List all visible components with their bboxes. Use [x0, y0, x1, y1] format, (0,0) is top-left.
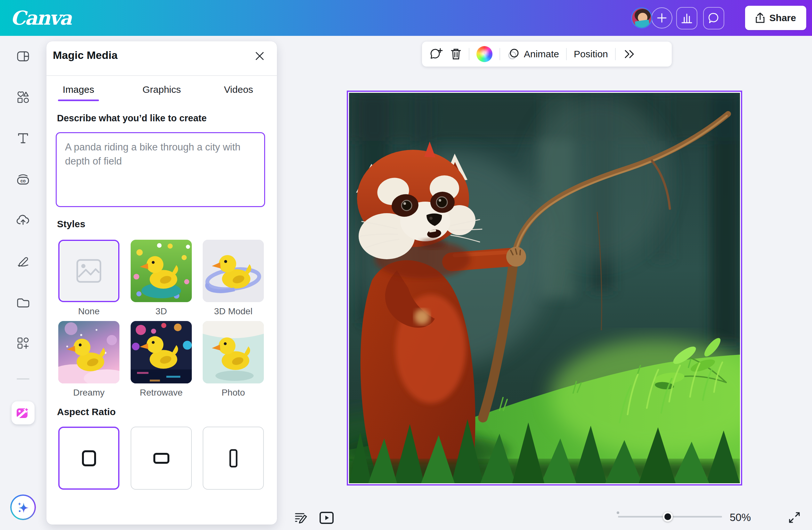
sidebar-item-apps[interactable] — [14, 334, 32, 352]
describe-label: Describe what you’d like to create — [57, 113, 206, 123]
sidebar-item-design[interactable] — [14, 47, 32, 65]
animate-button[interactable]: Animate — [507, 48, 559, 60]
sidebar-item-magic-media-active[interactable] — [12, 401, 34, 424]
notes-button[interactable] — [294, 511, 308, 525]
position-label: Position — [574, 49, 608, 60]
sidebar-item-projects[interactable] — [14, 293, 32, 311]
fullscreen-button[interactable] — [787, 510, 802, 525]
animate-label: Animate — [524, 49, 559, 60]
style-option-3d[interactable] — [131, 240, 192, 302]
style-label: 3D Model — [203, 306, 264, 316]
plus-icon — [656, 13, 667, 24]
comments-button[interactable] — [703, 7, 724, 29]
generated-image-art — [349, 93, 740, 483]
style-option-retrowave[interactable] — [131, 321, 192, 383]
style-thumb-retrowave — [131, 321, 192, 383]
tab-graphics[interactable]: Graphics — [136, 82, 187, 97]
canvas-image[interactable] — [347, 91, 742, 486]
style-label: Dreamy — [58, 387, 119, 398]
present-button[interactable] — [319, 510, 334, 526]
image-placeholder-icon — [60, 241, 118, 301]
portrait-ratio-icon — [229, 449, 237, 468]
add-comment-button[interactable] — [430, 48, 443, 60]
comment-add-icon — [430, 48, 443, 60]
sidebar-item-brand[interactable]: co — [14, 170, 32, 188]
canva-logo[interactable]: Canva — [11, 6, 71, 30]
aspect-ratio-heading: Aspect Ratio — [57, 407, 116, 417]
zoom-slider-knob[interactable] — [663, 512, 673, 522]
panel-close-button[interactable] — [252, 49, 267, 63]
toolbar-divider — [615, 48, 616, 60]
aspect-option-portrait[interactable] — [203, 427, 264, 490]
bar-chart-icon — [681, 13, 693, 24]
add-member-button[interactable] — [651, 8, 672, 29]
notes-icon — [294, 512, 308, 524]
avatar-book-art — [635, 19, 650, 29]
svg-text:co: co — [20, 178, 26, 183]
style-label: None — [58, 306, 119, 316]
active-tab-underline — [58, 100, 99, 101]
style-label: 3D — [131, 306, 192, 316]
style-thumb-photo — [203, 321, 264, 383]
sidebar-item-uploads[interactable] — [14, 211, 32, 229]
style-option-photo[interactable] — [203, 321, 264, 383]
apps-grid-icon — [17, 337, 29, 350]
style-option-dreamy[interactable] — [58, 321, 119, 383]
prompt-input[interactable] — [56, 132, 265, 207]
share-upload-icon — [755, 13, 765, 24]
presentation-play-icon — [319, 512, 334, 524]
sidebar-item-draw[interactable] — [14, 252, 32, 270]
draw-pen-icon — [16, 255, 30, 267]
color-picker-button[interactable] — [476, 46, 492, 62]
double-chevron-right-icon — [623, 49, 636, 60]
sidebar-item-canva-ai[interactable] — [10, 495, 36, 520]
sidebar: co — [0, 36, 46, 530]
square-ratio-icon — [82, 450, 96, 467]
animate-icon — [507, 48, 520, 60]
zoom-slider-min-dot — [617, 512, 619, 514]
ai-sparkle-icon — [16, 500, 30, 515]
toolbar-divider — [469, 48, 469, 60]
insights-button[interactable] — [676, 7, 697, 29]
style-label: Retrowave — [131, 387, 192, 398]
aspect-option-landscape[interactable] — [131, 427, 192, 490]
share-button[interactable]: Share — [745, 6, 806, 30]
tab-videos[interactable]: Videos — [216, 82, 261, 97]
share-label: Share — [769, 13, 796, 24]
app-window: Canva Share — [0, 0, 812, 530]
style-thumb-3d — [131, 240, 192, 302]
text-icon — [17, 132, 29, 144]
expand-arrows-icon — [788, 511, 801, 524]
elements-icon — [17, 91, 29, 104]
sidebar-item-text[interactable] — [14, 129, 32, 147]
magic-media-icon — [16, 407, 30, 419]
sidebar-divider — [17, 378, 29, 380]
delete-button[interactable] — [450, 48, 462, 60]
top-bar: Canva Share — [0, 0, 812, 36]
folder-icon — [16, 297, 30, 308]
panel-title: Magic Media — [53, 49, 117, 61]
uploads-cloud-icon — [16, 215, 30, 226]
design-icon — [17, 50, 29, 62]
speech-bubble-icon — [708, 13, 720, 24]
tab-images[interactable]: Images — [56, 82, 101, 97]
color-wheel-icon — [476, 46, 492, 62]
trash-icon — [450, 48, 462, 60]
avatar[interactable] — [631, 8, 652, 29]
more-tools-button[interactable] — [623, 49, 636, 60]
style-thumb-dreamy — [58, 321, 119, 383]
style-label: Photo — [203, 387, 264, 398]
style-thumb-3d-model — [203, 240, 264, 302]
zoom-level[interactable]: 50% — [724, 512, 756, 524]
style-option-3d-model[interactable] — [203, 240, 264, 302]
aspect-option-square[interactable] — [58, 427, 119, 490]
toolbar-divider — [499, 48, 500, 60]
styles-heading: Styles — [57, 219, 85, 230]
toolbar-divider — [566, 48, 567, 60]
sidebar-item-elements[interactable] — [14, 88, 32, 106]
position-button[interactable]: Position — [574, 49, 608, 60]
style-option-none[interactable] — [58, 240, 119, 302]
landscape-ratio-icon — [154, 453, 169, 464]
magic-media-panel: Magic Media Images Graphics Videos Descr… — [46, 41, 277, 525]
brand-icon: co — [16, 173, 30, 185]
